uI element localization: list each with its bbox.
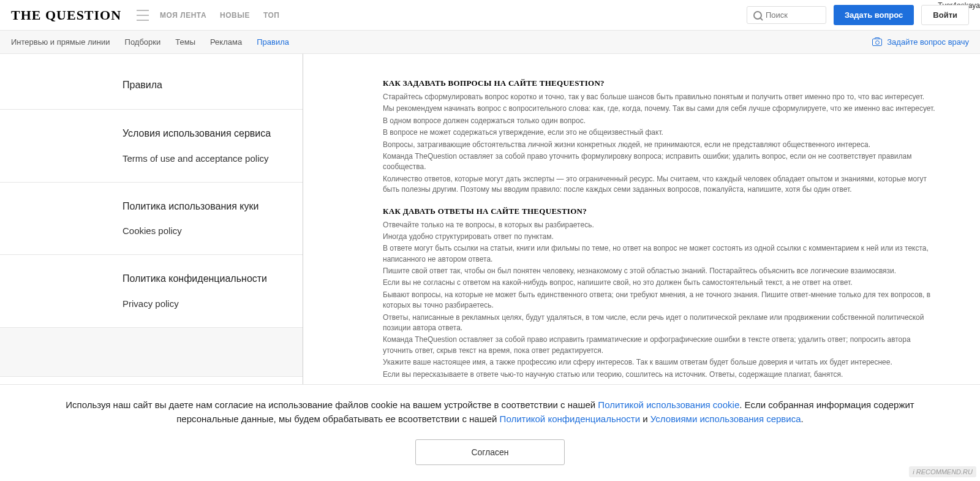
ask-doctor-label: Задайте вопрос врачу [887, 37, 969, 47]
rule-paragraph: В одном вопросе должен содержаться тольк… [383, 116, 937, 126]
rule-paragraph: В вопросе не может содержаться утвержден… [383, 127, 937, 138]
rule-paragraph: Вопросы, затрагивающие обстоятельства ли… [383, 140, 937, 150]
sidebar-section-title: Политика конфиденциальности [123, 272, 278, 286]
nav-item-0[interactable]: МОЯ ЛЕНТА [160, 11, 206, 20]
cookie-policy-link[interactable]: Политикой использования cookie [598, 400, 739, 410]
site-logo[interactable]: THE QUESTION [11, 7, 121, 23]
rule-heading: КАК ЗАДАВАТЬ ВОПРОСЫ НА САЙТЕ THEQUESTIO… [383, 78, 937, 88]
cookie-banner: Используя наш сайт вы даете нам согласие… [0, 384, 980, 481]
sidebar-section-sub: Cookies policy [123, 224, 278, 237]
camera-icon [872, 39, 882, 46]
watermark: i RECOMMEND.RU [909, 466, 976, 477]
sidebar-section-title: Правила [123, 78, 278, 92]
rule-paragraph: Пишите свой ответ так, чтобы он был поня… [383, 266, 937, 276]
rule-paragraph: Мы рекомендуем начинать вопрос с вопроси… [383, 104, 937, 114]
subnav-item-4[interactable]: Правила [257, 37, 289, 47]
cookie-text: Используя наш сайт вы даете нам согласие… [37, 398, 943, 426]
header: THE QUESTION МОЯ ЛЕНТАНОВЫЕТОП Задать во… [0, 0, 980, 31]
sidebar-section-0[interactable]: Правила [0, 54, 303, 110]
rule-paragraph: Команда TheQuestion оставляет за собой п… [383, 151, 937, 173]
sidebar-section-1[interactable]: Условия использования сервисаTerms of us… [0, 110, 303, 182]
ask-question-button[interactable]: Задать вопрос [834, 5, 914, 25]
subnav-item-3[interactable]: Реклама [210, 37, 242, 47]
feed-icon[interactable] [137, 10, 149, 21]
rule-paragraph: Команда TheQuestion оставляет за собой п… [383, 335, 937, 356]
sidebar-section-title: Политика использования куки [123, 200, 278, 213]
rule-paragraph: Старайтесь сформулировать вопрос коротко… [383, 92, 937, 102]
nav-item-1[interactable]: НОВЫЕ [220, 11, 250, 20]
sidebar-section-2[interactable]: Политика использования кукиCookies polic… [0, 183, 303, 255]
nav-item-2[interactable]: ТОП [263, 11, 280, 20]
rule-paragraph: Количество ответов, которые могут дать э… [383, 174, 937, 195]
subnav-item-2[interactable]: Темы [175, 37, 195, 47]
rule-paragraph: Отвечайте только на те вопросы, в которы… [383, 220, 937, 230]
rule-paragraph: В ответе могут быть ссылки на статьи, кн… [383, 243, 937, 265]
sidebar: ПравилаУсловия использования сервисаTerm… [0, 54, 303, 377]
cookie-accept-button[interactable]: Согласен [415, 439, 564, 465]
rule-paragraph: Если вы пересказываете в ответе чью-то н… [383, 369, 937, 380]
terms-link[interactable]: Условиями использования сервиса [650, 414, 801, 424]
header-right: Задать вопрос Войти [747, 5, 969, 25]
rule-paragraph: Бывают вопросы, на которые не может быть… [383, 290, 937, 311]
ask-doctor-link[interactable]: Задайте вопрос врачу [872, 37, 969, 47]
rule-paragraph: Укажите ваше настоящее имя, а также проф… [383, 357, 937, 368]
rule-paragraph: Если вы не согласны с ответом на какой-н… [383, 278, 937, 288]
rule-paragraph: Иногда удобно структурировать ответ по п… [383, 232, 937, 242]
search-input[interactable] [766, 10, 820, 20]
sidebar-section-sub: Terms of use and acceptance policy [123, 152, 278, 165]
rule-heading: КАК ДАВАТЬ ОТВЕТЫ НА САЙТЕ THEQUESTION? [383, 206, 937, 216]
sidebar-section-extra [0, 328, 303, 377]
search-icon [753, 11, 762, 20]
privacy-policy-link[interactable]: Политикой конфиденциальности [500, 414, 641, 424]
sidebar-section-3[interactable]: Политика конфиденциальностиPrivacy polic… [0, 255, 303, 327]
rule-paragraph: Ответы, написанные в рекламных целях, бу… [383, 312, 937, 334]
sub-nav: Интервью и прямые линииПодборкиТемыРекла… [0, 31, 980, 54]
sidebar-section-sub: Privacy policy [123, 297, 278, 310]
rule-block-0: КАК ЗАДАВАТЬ ВОПРОСЫ НА САЙТЕ THEQUESTIO… [383, 78, 937, 195]
login-button[interactable]: Войти [921, 5, 969, 25]
sidebar-section-title: Условия использования сервиса [123, 127, 278, 140]
subnav-item-0[interactable]: Интервью и прямые линии [11, 37, 110, 47]
search-box[interactable] [747, 6, 826, 24]
rule-block-1: КАК ДАВАТЬ ОТВЕТЫ НА САЙТЕ THEQUESTION?О… [383, 206, 937, 380]
subnav-item-1[interactable]: Подборки [125, 37, 161, 47]
top-nav: МОЯ ЛЕНТАНОВЫЕТОП [160, 11, 279, 20]
